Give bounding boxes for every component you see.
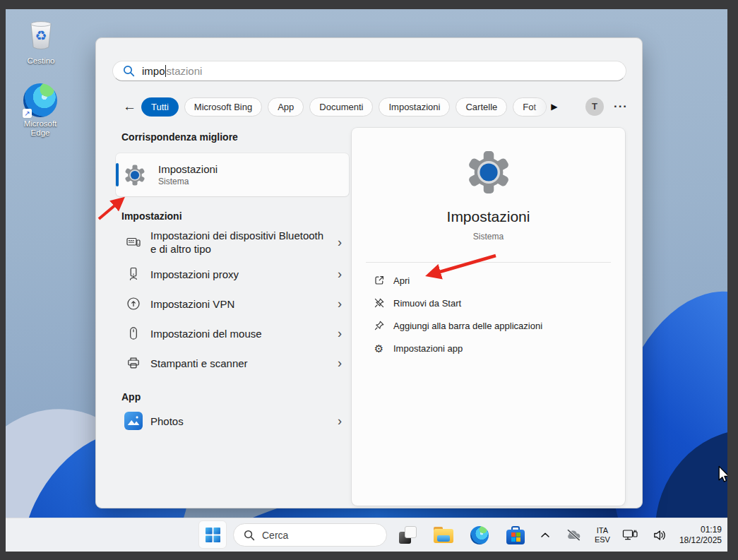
desktop-icon-microsoft-edge[interactable]: ↗ Microsoft Edge <box>13 83 67 138</box>
tray-chevron-up-button[interactable] <box>537 529 553 541</box>
settings-gear-icon <box>124 165 145 186</box>
vpn-shield-icon <box>126 297 141 311</box>
chevron-up-icon <box>540 532 550 538</box>
back-button[interactable]: ← <box>123 99 141 114</box>
action-label: Apri <box>393 275 410 286</box>
preview-actions: Apri Rimuovi da Start <box>352 263 625 359</box>
action-label: Aggiungi alla barra delle applicazioni <box>393 321 542 331</box>
recycle-bin-icon: ♻ <box>25 16 56 54</box>
microsoft-store-icon <box>506 526 525 544</box>
network-button[interactable] <box>619 525 641 544</box>
result-photos-app[interactable]: Photos › <box>116 410 349 432</box>
taskbar: Cerca <box>6 518 727 552</box>
action-pin-to-taskbar[interactable]: Aggiungi alla barra delle applicazioni <box>373 314 604 337</box>
desktop-icon-recycle-bin[interactable]: ♻ Cestino <box>14 16 68 66</box>
open-external-icon <box>373 275 385 287</box>
result-label: Impostazioni proxy <box>150 268 332 281</box>
settings-section-header: Impostazioni <box>116 210 349 222</box>
taskbar-search-placeholder: Cerca <box>262 530 288 541</box>
account-avatar[interactable]: T <box>585 97 604 116</box>
start-button[interactable] <box>198 520 227 549</box>
settings-gear-icon-large <box>467 150 511 194</box>
filter-tab-foto-truncated[interactable]: Fot <box>513 97 547 117</box>
volume-button[interactable] <box>650 527 670 544</box>
filter-tab-microsoft-bing[interactable]: Microsoft Bing <box>184 97 262 117</box>
result-vpn-settings[interactable]: Impostazioni VPN › <box>116 292 349 315</box>
action-unpin-from-start[interactable]: Rimuovi da Start <box>373 292 604 314</box>
app-section-header: App <box>116 391 349 403</box>
task-view-button[interactable] <box>395 523 419 547</box>
proxy-server-icon <box>126 267 141 281</box>
best-match-header: Corrispondenza migliore <box>116 131 349 143</box>
filter-tab-documenti[interactable]: Documenti <box>309 97 373 117</box>
result-label: Impostazioni del mouse <box>150 327 332 340</box>
best-match-subtitle: Sistema <box>158 177 218 186</box>
search-input[interactable]: impostazioni <box>112 61 626 81</box>
desktop: ♻ Cestino ↗ Microsoft Edge impostazioni … <box>6 9 727 552</box>
search-results-column: Corrispondenza migliore <box>116 131 349 432</box>
speaker-icon <box>653 530 667 541</box>
filter-tab-app[interactable]: App <box>268 97 304 117</box>
gear-icon: ⚙ <box>373 342 385 355</box>
search-typed-text: impo <box>142 65 165 77</box>
onedrive-status-button[interactable] <box>562 525 585 544</box>
taskbar-search-box[interactable]: Cerca <box>233 523 387 547</box>
result-label: Impostazioni VPN <box>150 297 332 311</box>
result-proxy-settings[interactable]: Impostazioni proxy › <box>116 263 349 285</box>
filter-tab-impostazioni[interactable]: Impostazioni <box>379 97 450 117</box>
filter-tab-tutti[interactable]: Tutti <box>141 97 179 117</box>
chevron-right-icon: › <box>338 326 342 341</box>
action-label: Impostazioni app <box>393 343 463 354</box>
result-preview-pane: Impostazioni Sistema Apri <box>352 128 625 506</box>
chevron-right-icon: › <box>338 235 342 250</box>
photos-app-icon <box>124 412 143 430</box>
filter-tab-cartelle[interactable]: Cartelle <box>456 97 507 117</box>
shortcut-arrow-icon: ↗ <box>23 109 32 118</box>
unpin-icon <box>373 297 385 309</box>
search-suggestion-text: stazioni <box>167 65 203 77</box>
edge-icon: ↗ <box>23 83 57 117</box>
chevron-right-icon: › <box>338 356 342 371</box>
filter-tabs-row: ← Tutti Microsoft Bing App Documenti Imp… <box>123 97 628 117</box>
windows-logo-icon <box>206 528 220 542</box>
more-options-button[interactable]: ··· <box>614 100 628 114</box>
printer-icon <box>126 356 141 370</box>
action-app-settings[interactable]: ⚙ Impostazioni app <box>373 337 604 359</box>
search-flyout-panel: impostazioni ← Tutti Microsoft Bing App … <box>95 37 643 508</box>
result-label: Impostazioni dei dispositivi Bluetooth e… <box>150 229 332 256</box>
file-explorer-button[interactable] <box>432 523 456 547</box>
desktop-icon-label: Microsoft Edge <box>13 119 67 138</box>
best-match-title: Impostazioni <box>158 163 218 175</box>
edge-icon <box>470 526 489 544</box>
pin-icon <box>373 320 385 332</box>
result-label: Stampanti e scanner <box>150 357 332 370</box>
mouse-cursor <box>718 465 727 484</box>
best-match-result-impostazioni[interactable]: Impostazioni Sistema <box>116 153 349 196</box>
language-indicator[interactable]: ITA ESV <box>595 526 610 544</box>
clock[interactable]: 01:19 18/12/2025 <box>679 525 722 546</box>
preview-title: Impostazioni <box>447 208 530 225</box>
preview-subtitle: Sistema <box>473 232 504 242</box>
devices-icon <box>126 235 141 249</box>
tray-date: 18/12/2025 <box>679 535 722 546</box>
tray-time: 01:19 <box>679 525 722 535</box>
microsoft-store-button[interactable] <box>504 523 528 547</box>
desktop-icon-label: Cestino <box>14 56 68 66</box>
file-explorer-icon <box>434 527 453 543</box>
chevron-right-icon: › <box>338 414 342 429</box>
tabs-scroll-right-icon[interactable]: ▶ <box>551 102 557 112</box>
mouse-icon <box>126 326 141 340</box>
tab-overflow-fade <box>532 98 546 116</box>
result-bluetooth-devices-settings[interactable]: Impostazioni dei dispositivi Bluetooth e… <box>116 229 349 256</box>
result-printers-scanners[interactable]: Stampanti e scanner › <box>116 352 349 374</box>
search-icon <box>123 65 135 77</box>
action-label: Rimuovi da Start <box>393 298 461 309</box>
chevron-right-icon: › <box>338 267 342 282</box>
system-tray: ITA ESV 01:19 18/12/2025 <box>537 518 722 552</box>
result-mouse-settings[interactable]: Impostazioni del mouse › <box>116 322 349 345</box>
onedrive-crossed-cloud-icon <box>565 528 583 542</box>
chevron-right-icon: › <box>338 297 342 311</box>
search-icon <box>244 530 255 541</box>
action-open[interactable]: Apri <box>373 269 604 292</box>
edge-button[interactable] <box>468 523 492 547</box>
